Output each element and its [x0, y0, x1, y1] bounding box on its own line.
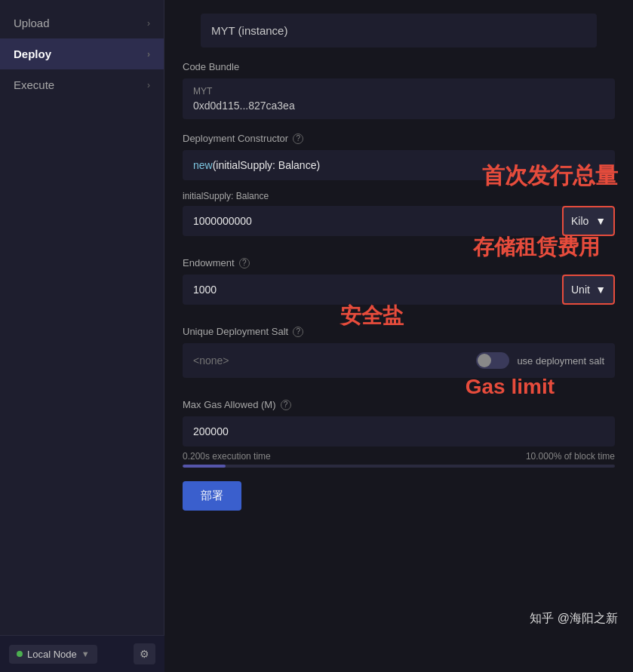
chevron-right-icon: › — [147, 80, 150, 91]
max-gas-label: Max Gas Allowed (M) ? — [183, 399, 615, 410]
initial-supply-input-row: Kilo ▼ — [183, 206, 615, 236]
deployment-salt-section: Unique Deployment Salt ? use deployment … — [164, 312, 633, 378]
toggle-knob — [478, 354, 491, 367]
initial-supply-sub-label: initialSupply: Balance — [183, 191, 615, 201]
instance-box: MYT (instance) — [201, 14, 597, 48]
sidebar-item-upload[interactable]: Upload › — [0, 8, 164, 38]
unit-dropdown-icon: ▼ — [595, 284, 606, 296]
deployment-salt-input[interactable] — [193, 354, 466, 367]
code-bundle-hash: 0xd0d115...827ca3ea — [193, 100, 604, 112]
progress-bar-section: 0.200s execution time 10.000% of block t… — [183, 451, 615, 468]
execution-time-label: 0.200s execution time — [183, 451, 271, 462]
chevron-right-icon: › — [147, 18, 150, 29]
deployment-salt-input-overlay: use deployment salt 安全盐 — [183, 343, 615, 378]
unit-label: Unit — [571, 284, 590, 296]
constructor-params: (initialSupply: Balance) — [213, 159, 320, 171]
initial-supply-input[interactable] — [183, 206, 562, 236]
deployment-salt-toggle[interactable] — [476, 352, 509, 369]
instance-label: MYT (instance) — [211, 24, 287, 37]
sidebar-item-deploy[interactable]: Deploy › — [0, 38, 164, 69]
constructor-label: Deployment Constructor ? — [183, 133, 615, 144]
main-content: MYT (instance) Code Bundle MYT 0xd0d115.… — [164, 0, 633, 672]
endowment-input-row: Unit ▼ — [183, 275, 615, 305]
deployment-salt-toggle-container: use deployment salt — [476, 352, 604, 369]
max-gas-input-row — [183, 416, 615, 446]
endowment-unit-select[interactable]: Unit ▼ — [562, 275, 615, 305]
node-dropdown-icon: ▼ — [81, 649, 90, 658]
bottom-bar: Local Node ▼ ⚙ — [0, 635, 164, 672]
constructor-help-icon[interactable]: ? — [293, 133, 303, 144]
code-bundle-box: MYT 0xd0d115...827ca3ea — [183, 78, 615, 119]
sidebar: Upload › Deploy › Execute › Local Node ▼… — [0, 0, 164, 672]
chevron-right-icon: › — [147, 49, 150, 60]
endowment-input[interactable] — [183, 275, 562, 305]
initial-supply-unit-select[interactable]: Kilo ▼ — [562, 206, 615, 236]
constructor-box: new(initialSupply: Balance) — [183, 150, 615, 180]
instance-section: MYT (instance) — [164, 0, 633, 48]
node-status-dot — [17, 651, 23, 657]
deploy-button-label: 部署 — [201, 489, 223, 502]
endowment-input-overlay: Unit ▼ 存储租赁费用 — [183, 275, 615, 305]
max-gas-section: Max Gas Allowed (M) ? Gas limit — [164, 385, 633, 446]
initial-supply-field: Kilo ▼ — [164, 206, 633, 236]
initial-supply-section: Kilo ▼ 首次发行总量 — [164, 206, 633, 236]
node-label: Local Node — [27, 649, 77, 660]
watermark: 知乎 @海阳之新 — [530, 611, 618, 627]
max-gas-input-overlay: Gas limit — [183, 416, 615, 446]
block-time-label: 10.000% of block time — [526, 451, 615, 462]
max-gas-annotation: Gas limit — [466, 375, 555, 399]
gear-icon: ⚙ — [140, 648, 149, 660]
settings-button[interactable]: ⚙ — [134, 643, 155, 664]
kilo-unit-label: Kilo — [571, 215, 588, 227]
node-selector[interactable]: Local Node ▼ — [9, 645, 97, 664]
endowment-label: Endowment ? — [183, 257, 615, 268]
progress-bar — [183, 465, 615, 468]
progress-fill — [183, 465, 226, 468]
deployment-salt-row: use deployment salt — [183, 343, 615, 378]
sidebar-item-label: Execute — [14, 78, 54, 91]
deployment-salt-help-icon[interactable]: ? — [293, 327, 303, 337]
code-bundle-sub-title: MYT — [193, 86, 604, 97]
endowment-help-icon[interactable]: ? — [239, 258, 250, 268]
endowment-section: Endowment ? Unit ▼ 存储租赁费用 — [164, 244, 633, 305]
code-bundle-section: Code Bundle — [164, 48, 633, 72]
deployment-salt-toggle-label: use deployment salt — [517, 355, 604, 367]
deployment-salt-label: Unique Deployment Salt ? — [183, 326, 615, 337]
constructor-section: Deployment Constructor ? — [164, 119, 633, 144]
progress-info: 0.200s execution time 10.000% of block t… — [183, 451, 615, 462]
max-gas-help-icon[interactable]: ? — [281, 400, 291, 410]
kilo-dropdown-icon: ▼ — [595, 215, 606, 227]
constructor-new-keyword: new — [193, 159, 213, 171]
sidebar-item-execute[interactable]: Execute › — [0, 69, 164, 100]
sidebar-item-label: Deploy — [14, 48, 51, 60]
code-bundle-label: Code Bundle — [183, 61, 615, 72]
max-gas-input[interactable] — [183, 416, 615, 446]
deploy-button[interactable]: 部署 — [183, 481, 241, 511]
sidebar-item-label: Upload — [14, 17, 50, 29]
